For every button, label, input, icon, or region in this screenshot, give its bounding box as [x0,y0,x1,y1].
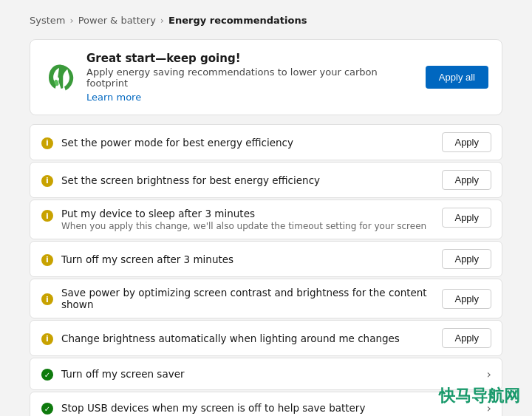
item-text: Stop USB devices when my screen is off t… [61,402,480,414]
item-text: Set the screen brightness for best energ… [61,174,434,186]
item-row: iSave power by optimizing screen contras… [30,279,502,318]
item-text: Turn off my screen after 3 minutes [61,253,434,265]
item-text: Turn off my screen saver [61,368,480,380]
info-icon: i [41,333,54,346]
header-title: Great start—keep going! [86,52,414,65]
leaf-icon [44,62,75,93]
check-icon: ✓ [41,402,54,415]
header-text: Great start—keep going! Apply energy sav… [86,52,414,103]
item-text: Set the power mode for best energy effic… [61,137,434,149]
info-icon: i [41,293,54,306]
item-label: Put my device to sleep after 3 minutes [61,208,434,219]
apply-all-button[interactable]: Apply all [426,66,488,89]
apply-button[interactable]: Apply [442,249,491,269]
breadcrumb-current: Energy recommendations [168,15,307,26]
item-row: iSet the screen brightness for best ener… [30,162,502,198]
item-text: Save power by optimizing screen contrast… [61,287,434,310]
chevron-right-icon: › [487,401,491,415]
item-row: iChange brightness automatically when li… [30,320,502,356]
info-icon: i [41,209,54,222]
apply-button[interactable]: Apply [442,132,491,152]
item-text: Put my device to sleep after 3 minutesWh… [61,208,434,231]
info-icon: i [41,137,54,150]
item-row: iSet the power mode for best energy effi… [30,124,502,160]
learn-more-link[interactable]: Learn more [86,92,141,103]
item-label: Stop USB devices when my screen is off t… [61,402,480,414]
apply-button[interactable]: Apply [442,170,491,190]
header-card: Great start—keep going! Apply energy sav… [30,39,502,115]
item-text: Change brightness automatically when lig… [61,333,434,344]
item-row: ✓Turn off my screen saver› [30,358,502,390]
apply-button[interactable]: Apply [442,208,491,228]
item-row: ✓Stop USB devices when my screen is off … [30,392,502,416]
apply-button[interactable]: Apply [442,289,491,309]
item-label: Turn off my screen saver [61,368,480,380]
item-label: Change brightness automatically when lig… [61,333,434,344]
check-icon: ✓ [41,368,54,381]
item-row: iPut my device to sleep after 3 minutesW… [30,200,502,239]
item-row: iTurn off my screen after 3 minutesApply [30,241,502,277]
breadcrumb-sep1: › [69,15,73,26]
item-sublabel: When you apply this change, we'll also u… [61,221,434,231]
breadcrumb-power[interactable]: Power & battery [78,15,156,26]
header-subtitle: Apply energy saving recommendations to l… [86,67,414,89]
item-label: Save power by optimizing screen contrast… [61,287,434,310]
info-icon: i [41,253,54,267]
apply-button[interactable]: Apply [442,328,491,348]
info-icon: i [41,174,54,188]
breadcrumb-system[interactable]: System [30,15,65,26]
item-label: Turn off my screen after 3 minutes [61,253,434,265]
items-list: iSet the power mode for best energy effi… [30,124,502,416]
item-label: Set the power mode for best energy effic… [61,137,434,149]
breadcrumb: System › Power & battery › Energy recomm… [30,15,502,26]
breadcrumb-sep2: › [160,15,164,26]
chevron-right-icon: › [487,367,491,381]
item-label: Set the screen brightness for best energ… [61,174,434,186]
